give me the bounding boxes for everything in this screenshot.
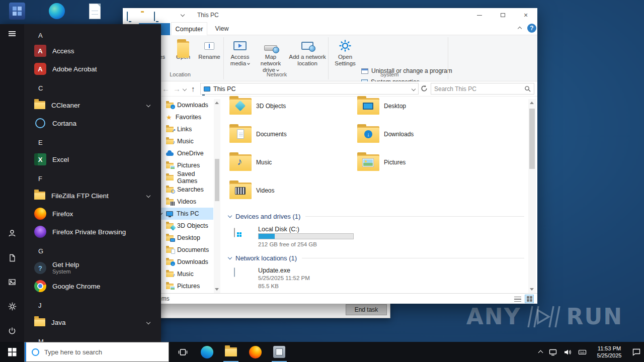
letter-header[interactable]: F — [38, 173, 42, 184]
file-desktop-icon[interactable] — [89, 4, 101, 19]
pictures-icon[interactable] — [8, 278, 17, 287]
search-icon — [524, 85, 531, 92]
folder-tile-music[interactable]: Music — [229, 151, 350, 173]
app-item-adobe-acrobat[interactable]: Adobe Acrobat — [24, 60, 161, 78]
scroll-down-icon[interactable] — [215, 288, 219, 291]
scroll-up-icon[interactable] — [530, 102, 534, 104]
refresh-button[interactable] — [421, 85, 428, 94]
expand-chevron-icon[interactable] — [146, 320, 150, 324]
app-item-firefox-private[interactable]: Firefox Private Browsing — [24, 223, 161, 241]
network-item-name[interactable]: Update.exe — [258, 267, 290, 274]
main-scrollbar[interactable] — [528, 99, 536, 293]
power-icon[interactable] — [8, 326, 17, 335]
scroll-up-icon[interactable] — [215, 102, 219, 104]
add-network-location-button[interactable]: Add a network location — [288, 39, 327, 67]
end-task-button[interactable]: End task — [346, 304, 387, 315]
window-icon — [127, 12, 128, 21]
expand-chevron-icon[interactable] — [146, 103, 150, 107]
rename-button[interactable]: Rename — [196, 39, 222, 60]
back-button[interactable]: ← — [162, 84, 170, 93]
app-item-access[interactable]: Access — [24, 42, 161, 60]
map-network-drive-button[interactable]: Map network drive — [255, 39, 287, 73]
letter-header[interactable]: C — [38, 83, 43, 93]
taskbar-edge-button[interactable] — [195, 342, 218, 362]
minimize-button[interactable] — [468, 8, 491, 22]
file-explorer-window: This PC × File Computer View ? Propertie… — [123, 8, 537, 304]
up-button[interactable]: ↑ — [191, 84, 195, 93]
open-button[interactable]: Open — [172, 39, 194, 60]
nav-scrollbar-thumb[interactable] — [215, 159, 219, 201]
letter-header[interactable]: G — [38, 246, 43, 256]
letter-header[interactable]: A — [38, 30, 43, 40]
open-settings-button[interactable]: Open Settings — [332, 39, 358, 67]
taskbar-app-button[interactable] — [268, 342, 291, 362]
scroll-down-icon[interactable] — [530, 288, 534, 291]
folder-tile-3d-objects[interactable]: 3D Objects — [229, 95, 350, 117]
section-header-network[interactable]: Network locations (1) — [227, 254, 524, 262]
address-field[interactable]: This PC — [200, 83, 419, 95]
app-item-get-help[interactable]: Get HelpSystem — [24, 259, 161, 277]
start-button[interactable] — [0, 342, 24, 362]
address-dropdown-icon[interactable] — [412, 86, 416, 90]
qat-customize-chevron-icon[interactable] — [181, 13, 185, 17]
tab-computer[interactable]: Computer — [171, 22, 207, 35]
edge-desktop-icon[interactable] — [49, 3, 65, 19]
taskbar-firefox-button[interactable] — [244, 342, 267, 362]
app-item-google-chrome[interactable]: Google Chrome — [24, 277, 161, 295]
hamburger-menu-icon[interactable] — [9, 31, 16, 36]
nav-scrollbar[interactable] — [214, 99, 220, 293]
folder-tile-pictures[interactable]: Pictures — [357, 151, 478, 173]
section-header-devices[interactable]: Devices and drives (1) — [227, 212, 524, 220]
user-account-icon[interactable] — [8, 229, 17, 238]
rename-icon — [204, 42, 214, 50]
folder-tile-desktop[interactable]: Desktop — [357, 95, 478, 117]
keyboard-icon[interactable] — [578, 348, 587, 356]
local-disk-icon-wrap[interactable] — [234, 228, 235, 237]
start-menu-app-list: A Access Adobe Acrobat C CCleaner Cortan… — [24, 24, 161, 342]
task-view-button[interactable] — [171, 342, 194, 362]
title-bar[interactable]: This PC × — [123, 8, 537, 22]
access-media-button[interactable]: Access media — [226, 39, 254, 67]
close-button[interactable]: × — [514, 8, 537, 22]
action-center-icon[interactable] — [632, 348, 641, 356]
search-box[interactable] — [431, 83, 534, 95]
maximize-button[interactable] — [491, 8, 514, 22]
folder-tile-videos[interactable]: Videos — [229, 179, 350, 202]
taskbar-explorer-button[interactable] — [219, 342, 243, 362]
help-button[interactable]: ? — [527, 24, 536, 33]
qat-properties-icon[interactable] — [154, 12, 155, 21]
letter-header[interactable]: J — [38, 300, 42, 310]
update-exe-icon-wrap[interactable] — [234, 268, 235, 277]
network-icon[interactable] — [549, 348, 557, 356]
letter-header[interactable]: E — [38, 137, 43, 147]
section-collapse-chevron-icon[interactable] — [228, 255, 232, 259]
hidden-icons-chevron-icon[interactable] — [538, 350, 543, 355]
firefox-icon — [249, 346, 262, 358]
app-item-filezilla[interactable]: FileZilla FTP Client — [24, 187, 161, 205]
desktop-shortcut-app-icon[interactable] — [9, 3, 25, 20]
recent-locations-chevron-icon[interactable] — [183, 87, 187, 91]
app-item-ccleaner[interactable]: CCleaner — [24, 96, 161, 114]
details-view-button[interactable] — [514, 296, 521, 302]
tab-view[interactable]: View — [208, 22, 235, 35]
app-item-excel[interactable]: Excel — [24, 150, 161, 168]
drive-name[interactable]: Local Disk (C:) — [258, 226, 299, 233]
app-item-firefox[interactable]: Firefox — [24, 205, 161, 223]
app-item-cortana[interactable]: Cortana — [24, 114, 161, 132]
large-icons-view-button[interactable] — [525, 295, 534, 303]
settings-gear-icon[interactable] — [8, 302, 17, 311]
app-item-java[interactable]: Java — [24, 313, 161, 331]
taskbar-search-box[interactable] — [24, 342, 169, 362]
taskbar-search-input[interactable] — [44, 348, 169, 356]
forward-button[interactable]: → — [173, 84, 181, 93]
volume-icon[interactable] — [564, 348, 572, 356]
expand-chevron-icon[interactable] — [146, 194, 150, 198]
documents-icon[interactable] — [8, 253, 17, 262]
main-scrollbar-thumb[interactable] — [529, 109, 535, 169]
folder-tile-downloads[interactable]: Downloads — [357, 123, 478, 145]
taskbar-clock[interactable]: 11:53 PM 5/25/2025 — [593, 345, 625, 359]
pictures-folder-icon — [166, 163, 174, 168]
folder-tile-documents[interactable]: Documents — [229, 123, 350, 145]
section-collapse-chevron-icon[interactable] — [228, 213, 232, 217]
search-input[interactable] — [434, 85, 524, 93]
